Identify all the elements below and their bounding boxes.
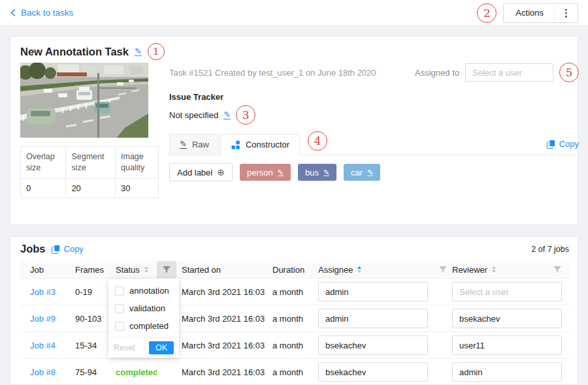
job-4-reviewer-input[interactable] — [452, 335, 562, 355]
col-header-reviewer: Reviewer — [452, 265, 487, 275]
task-title: New Annotation Task — [20, 46, 129, 58]
labels-copy-link[interactable]: Copy — [547, 139, 579, 149]
labels-constructor-row: Add label ⊕ person ✎ bus ✎ car ✎ — [169, 163, 579, 181]
job-8-reviewer-input[interactable] — [452, 362, 562, 382]
job-4-link[interactable]: Job #4 — [30, 341, 56, 350]
edit-label-person-icon[interactable]: ✎ — [278, 169, 284, 176]
tab-raw-label: Raw — [192, 140, 209, 149]
jobs-table: Job Frames Status Started on Duration As… — [20, 261, 569, 385]
param-value-quality: 30 — [116, 178, 159, 198]
checkbox-completed[interactable] — [115, 322, 124, 331]
job-9-reviewer-input[interactable] — [452, 309, 562, 328]
constructor-build-icon — [231, 140, 240, 149]
actions-button[interactable]: Actions ⋮ — [503, 3, 578, 23]
status-filter-dropdown: annotation validation completed Reset OK — [108, 279, 179, 358]
col-header-status: Status — [116, 265, 140, 275]
tab-raw[interactable]: ✎ Raw — [169, 134, 220, 155]
reviewer-filter-funnel-icon[interactable] — [553, 266, 561, 273]
issue-tracker-block: Issue Tracker Not specified ✎ 3 — [169, 92, 579, 125]
job-row-3: Job #3 0-19 March 3rd 2021 16:03 a month — [20, 279, 569, 305]
actions-label: Actions — [504, 8, 554, 18]
filter-ok-button[interactable]: OK — [149, 341, 174, 354]
job-4-started: March 3rd 2021 16:03 — [182, 341, 265, 350]
labels-copy-label: Copy — [559, 139, 579, 149]
back-to-tasks-link[interactable]: Back to tasks — [10, 8, 73, 18]
callout-4: 4 — [308, 131, 327, 151]
back-chevron-icon — [10, 8, 16, 17]
status-filter-funnel-icon[interactable] — [163, 266, 171, 273]
assignee-sort-control[interactable] — [357, 266, 361, 273]
checkbox-validation[interactable] — [115, 304, 124, 313]
job-8-assignee-input[interactable] — [318, 362, 428, 382]
task-parameters-table: Overlap size Segment size Image quality … — [20, 146, 159, 198]
status-filter-cell[interactable] — [157, 261, 176, 278]
plus-circle-icon: ⊕ — [217, 168, 225, 177]
job-8-started: March 3rd 2021 16:03 — [182, 367, 265, 377]
task-title-row: New Annotation Task ✎ 1 — [20, 43, 165, 60]
task-details-card: New Annotation Task ✎ 1 — [10, 36, 578, 225]
job-3-assignee-input[interactable] — [318, 282, 428, 301]
task-right-column: Task #1521 Created by test_user_1 on Jun… — [169, 63, 579, 181]
raw-pencil-icon: ✎ — [180, 140, 187, 149]
filter-option-annotation[interactable]: annotation — [108, 282, 179, 300]
filter-reset-button[interactable]: Reset — [114, 343, 135, 352]
job-8-status: completed — [116, 367, 157, 377]
jobs-count-label: 2 of 7 jobs — [531, 245, 569, 254]
label-chip-person[interactable]: person ✎ — [240, 164, 291, 181]
jobs-copy-link[interactable]: Copy — [52, 244, 84, 254]
job-3-link[interactable]: Job #3 — [30, 287, 56, 297]
col-header-job: Job — [30, 265, 44, 275]
kebab-menu-icon[interactable]: ⋮ — [554, 4, 578, 22]
job-9-frames: 90-103 — [75, 314, 101, 324]
job-4-assignee-input[interactable] — [318, 335, 428, 355]
edit-title-icon[interactable]: ✎ — [135, 48, 142, 56]
label-car-name: car — [351, 168, 363, 177]
param-header-quality: Image quality — [116, 147, 159, 179]
jobs-copy-icon — [52, 245, 60, 254]
edit-issue-tracker-icon[interactable]: ✎ — [223, 111, 231, 119]
job-9-started: March 3rd 2021 16:03 — [182, 314, 265, 324]
label-chip-car[interactable]: car ✎ — [344, 164, 380, 181]
issue-tracker-value: Not specified — [169, 110, 218, 120]
filter-option-completed[interactable]: completed — [108, 317, 179, 335]
job-row-8: Job #8 75-94 completed ? March 3rd 2021 … — [20, 359, 569, 385]
add-label-button[interactable]: Add label ⊕ — [169, 163, 233, 181]
status-sort-control[interactable] — [144, 266, 148, 273]
col-header-frames: Frames — [75, 265, 104, 275]
col-header-assignee: Assignee — [318, 265, 353, 275]
callout-3: 3 — [236, 105, 255, 125]
assigned-to-label: Assigned to — [415, 68, 459, 78]
job-9-assignee-input[interactable] — [318, 309, 428, 328]
jobs-header: Jobs Copy 2 of 7 jobs — [20, 243, 569, 255]
job-8-frames: 75-94 — [75, 367, 97, 377]
topbar-right-group: 2 Actions ⋮ — [477, 3, 578, 23]
col-header-started: Started on — [182, 265, 221, 275]
edit-label-bus-icon[interactable]: ✎ — [323, 169, 329, 176]
tab-constructor[interactable]: Constructor — [221, 134, 300, 155]
jobs-card: Jobs Copy 2 of 7 jobs Job Frames Status … — [10, 236, 578, 385]
param-value-segment: 20 — [66, 178, 116, 198]
checkbox-annotation[interactable] — [115, 286, 124, 296]
task-meta-text: Task #1521 Created by test_user_1 on Jun… — [169, 68, 376, 78]
jobs-copy-label: Copy — [64, 244, 84, 254]
filter-option-validation[interactable]: validation — [108, 300, 179, 317]
copy-icon — [547, 140, 555, 149]
reviewer-sort-control[interactable] — [492, 266, 496, 273]
job-3-duration: a month — [272, 287, 303, 297]
add-label-text: Add label — [177, 168, 212, 177]
assignee-filter-funnel-icon[interactable] — [439, 266, 447, 273]
job-3-reviewer-input[interactable] — [452, 282, 562, 301]
edit-label-car-icon[interactable]: ✎ — [367, 169, 373, 176]
assigned-to-input[interactable] — [465, 63, 553, 82]
back-to-tasks-label: Back to tasks — [21, 8, 73, 18]
filter-option-completed-label: completed — [129, 321, 169, 331]
task-preview-image — [20, 63, 148, 138]
tab-constructor-label: Constructor — [246, 140, 289, 149]
job-row-9: Job #9 90-103 March 3rd 2021 16:03 a mon… — [20, 305, 569, 332]
task-left-column: Overlap size Segment size Image quality … — [20, 63, 159, 198]
job-3-frames: 0-19 — [75, 287, 92, 297]
jobs-title: Jobs — [20, 243, 46, 255]
job-9-link[interactable]: Job #9 — [30, 314, 56, 324]
label-chip-bus[interactable]: bus ✎ — [298, 164, 336, 181]
job-8-link[interactable]: Job #8 — [30, 367, 56, 377]
